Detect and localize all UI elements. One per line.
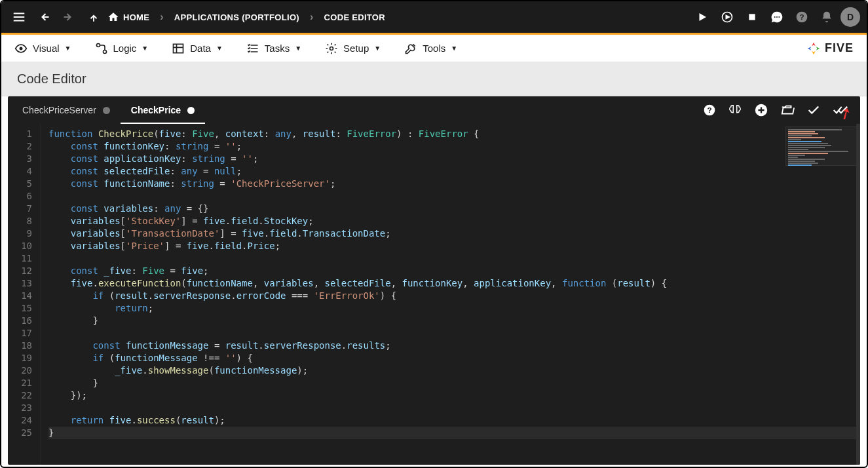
- top-bar: HOME › APPLICATIONS (PORTFOLIO) › CODE E…: [1, 1, 867, 33]
- tab-checkprice[interactable]: CheckPrice: [121, 96, 205, 124]
- svg-marker-26: [812, 42, 816, 46]
- svg-point-12: [778, 16, 780, 18]
- chevron-right-icon: ›: [160, 11, 164, 23]
- svg-rect-18: [174, 44, 183, 52]
- save-all-icon[interactable]: ➚: [833, 103, 848, 117]
- svg-text:?: ?: [799, 12, 804, 21]
- home-icon[interactable]: HOME: [107, 6, 149, 28]
- ai-brain-icon[interactable]: [728, 103, 742, 117]
- svg-marker-8: [726, 16, 729, 19]
- deploy-icon[interactable]: [716, 6, 738, 28]
- unsaved-dot-icon: [103, 107, 110, 114]
- svg-rect-9: [749, 14, 755, 20]
- svg-text:?: ?: [707, 106, 711, 114]
- svg-point-16: [96, 43, 100, 47]
- breadcrumbs: HOME › APPLICATIONS (PORTFOLIO) › CODE E…: [107, 6, 385, 28]
- sub-nav: Visual ▼ Logic ▼ Data ▼ Tasks ▼ Setup ▼ …: [1, 35, 867, 62]
- svg-marker-6: [700, 13, 707, 21]
- svg-point-11: [776, 16, 778, 18]
- subnav-label: Logic: [113, 43, 137, 54]
- unsaved-dot-icon: [187, 107, 195, 114]
- tab-label: CheckPriceServer: [22, 105, 96, 115]
- subnav-label: Visual: [33, 43, 60, 54]
- subnav-tasks[interactable]: Tasks ▼: [246, 42, 301, 55]
- avatar-letter: D: [847, 12, 854, 22]
- caret-down-icon: ▼: [216, 45, 223, 52]
- page-title: Code Editor: [1, 62, 867, 96]
- svg-point-17: [103, 50, 106, 53]
- caret-down-icon: ▼: [374, 45, 381, 52]
- menu-icon[interactable]: [8, 6, 30, 28]
- minimap[interactable]: [785, 127, 858, 166]
- subnav-data[interactable]: Data ▼: [172, 42, 223, 55]
- line-gutter: 1234567891011121314151617181920212223242…: [8, 124, 41, 465]
- svg-marker-29: [808, 47, 812, 50]
- svg-point-24: [330, 47, 333, 50]
- code-content[interactable]: function CheckPrice(five: Five, context:…: [41, 124, 860, 465]
- editor-toolbar: ? ➚: [703, 103, 856, 117]
- bell-icon[interactable]: [816, 6, 838, 28]
- breadcrumb-code-editor[interactable]: CODE EDITOR: [324, 12, 385, 22]
- caret-down-icon: ▼: [142, 45, 148, 52]
- play-icon[interactable]: [691, 6, 713, 28]
- breadcrumb-applications[interactable]: APPLICATIONS (PORTFOLIO): [174, 12, 299, 22]
- caret-down-icon: ▼: [65, 45, 71, 52]
- subnav-setup[interactable]: Setup ▼: [325, 42, 381, 55]
- brand-logo: FIVE: [806, 41, 854, 56]
- svg-marker-27: [816, 47, 820, 50]
- code-area[interactable]: 1234567891011121314151617181920212223242…: [8, 124, 860, 465]
- add-icon[interactable]: [754, 103, 768, 117]
- tab-label: CheckPrice: [131, 105, 181, 115]
- hint-icon[interactable]: ?: [703, 104, 716, 117]
- code-editor-panel: CheckPriceServer CheckPrice ?: [8, 96, 860, 465]
- subnav-label: Tools: [423, 43, 445, 54]
- up-icon[interactable]: [83, 6, 105, 28]
- subnav-visual[interactable]: Visual ▼: [14, 42, 71, 55]
- editor-tab-bar: CheckPriceServer CheckPrice ?: [8, 96, 860, 124]
- svg-point-15: [20, 47, 23, 50]
- subnav-label: Data: [190, 43, 211, 54]
- tab-checkpriceserver[interactable]: CheckPriceServer: [12, 96, 121, 124]
- back-icon[interactable]: [33, 6, 55, 28]
- svg-point-10: [774, 16, 776, 18]
- scrollbar[interactable]: [856, 124, 860, 465]
- open-folder-icon[interactable]: [780, 103, 795, 117]
- help-icon[interactable]: ?: [791, 6, 813, 28]
- chat-icon[interactable]: [766, 6, 788, 28]
- breadcrumb-home[interactable]: HOME: [123, 12, 149, 22]
- svg-marker-28: [812, 50, 816, 54]
- subnav-tools[interactable]: Tools ▼: [404, 42, 457, 55]
- stop-icon[interactable]: [741, 6, 763, 28]
- caret-down-icon: ▼: [451, 45, 457, 52]
- chevron-right-icon: ›: [310, 11, 314, 23]
- brand-text: FIVE: [825, 41, 854, 55]
- save-icon[interactable]: [806, 103, 821, 117]
- avatar[interactable]: D: [840, 7, 860, 27]
- subnav-logic[interactable]: Logic ▼: [95, 42, 149, 55]
- subnav-label: Tasks: [265, 43, 290, 54]
- subnav-label: Setup: [343, 43, 369, 54]
- caret-down-icon: ▼: [295, 45, 301, 52]
- forward-icon[interactable]: [58, 6, 80, 28]
